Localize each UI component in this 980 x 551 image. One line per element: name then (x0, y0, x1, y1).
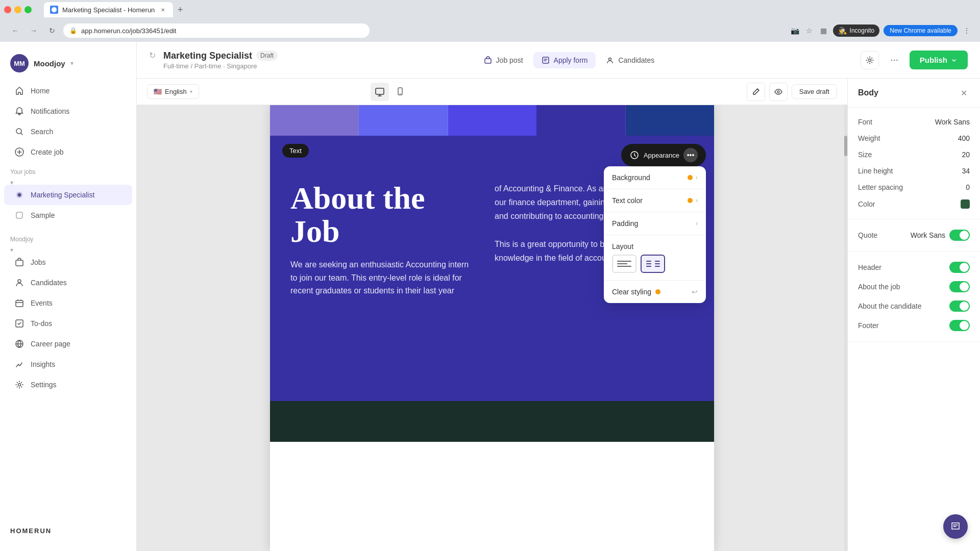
publish-button[interactable]: Publish (910, 51, 968, 69)
line-height-label: Line height (858, 167, 893, 175)
about-job-toggle[interactable] (949, 281, 970, 292)
career-page-label: Career page (31, 340, 70, 348)
background-option[interactable]: Background › (604, 166, 706, 189)
job-meta: Full-time / Part-time · Singapore (149, 62, 278, 70)
save-draft-button[interactable]: Save draft (792, 84, 837, 99)
size-value[interactable]: 20 (962, 151, 970, 159)
about-candidate-toggle[interactable] (949, 300, 970, 312)
new-chrome-btn[interactable]: New Chrome available (884, 25, 958, 36)
sidebar-item-search[interactable]: Search (4, 121, 132, 142)
svg-rect-16 (376, 88, 384, 94)
nav-job-post[interactable]: Job post (476, 52, 531, 68)
org-dropdown-icon[interactable]: ▾ (70, 60, 74, 67)
close-panel-btn[interactable]: ✕ (958, 87, 970, 99)
quote-section: Quote Work Sans (848, 219, 980, 252)
scrollbar[interactable] (844, 105, 847, 551)
window-maximize-btn[interactable] (24, 6, 32, 13)
svg-rect-12 (485, 59, 491, 63)
edit-mode-btn[interactable] (747, 83, 765, 101)
forward-btn[interactable]: → (27, 23, 41, 38)
header-actions: ⋯ Publish (861, 51, 968, 69)
sidebar-toggle-icon[interactable]: ▦ (819, 26, 829, 36)
moodjoy-dropdown-icon[interactable]: ▾ (0, 246, 13, 254)
back-btn[interactable]: ← (8, 23, 22, 38)
browser-frame: Marketing Specialist - Homerun ✕ + (0, 0, 980, 19)
quote-toggle-switch[interactable] (949, 230, 970, 241)
header-toggle[interactable] (949, 262, 970, 273)
sidebar-item-settings[interactable]: Settings (4, 374, 132, 395)
nav-candidates[interactable]: Candidates (598, 52, 663, 68)
footer-toggle[interactable] (949, 320, 970, 331)
nav-apply-form[interactable]: Apply form (533, 52, 596, 68)
language-btn[interactable]: 🇺🇸 English ▾ (147, 84, 199, 99)
device-buttons (371, 83, 409, 101)
settings-btn[interactable] (861, 51, 879, 69)
bookmark-icon[interactable]: ☆ (804, 26, 815, 36)
padding-option[interactable]: Padding › (604, 212, 706, 235)
sidebar-item-notifications[interactable]: Notifications (4, 101, 132, 121)
canvas-right-actions: Save draft (747, 83, 837, 101)
sidebar-item-home[interactable]: Home (4, 81, 132, 101)
appearance-popup: Background › Text color (604, 166, 706, 303)
font-section: Font Work Sans Weight 400 Size 20 Line h… (848, 108, 980, 219)
header-section-label: Header (858, 263, 881, 271)
clear-styling-option[interactable]: Clear styling ↩ (604, 281, 706, 303)
letter-spacing-value[interactable]: 0 (966, 183, 970, 191)
url-text: app.homerun.co/job/336451/edit (81, 27, 176, 35)
main-content: ↻ Marketing Specialist Draft Full-time /… (137, 42, 980, 551)
sidebar-item-events[interactable]: Events (4, 293, 132, 313)
font-value[interactable]: Work Sans (935, 118, 970, 126)
layout-two-col-btn[interactable] (641, 255, 665, 273)
sidebar-item-marketing-specialist[interactable]: Marketing Specialist (4, 185, 132, 205)
search-icon (14, 127, 24, 137)
sidebar-item-jobs[interactable]: Jobs (4, 252, 132, 272)
notifications-label: Notifications (31, 107, 69, 115)
reload-btn[interactable]: ↻ (45, 23, 59, 38)
sidebar-item-candidates[interactable]: Candidates (4, 272, 132, 293)
line-height-value[interactable]: 34 (962, 167, 970, 175)
about-job-toggle-knob (960, 282, 969, 291)
bell-icon (14, 106, 24, 116)
refresh-icon[interactable]: ↻ (149, 51, 159, 61)
tab-close-btn[interactable]: ✕ (159, 6, 167, 14)
window-close-btn[interactable] (4, 6, 11, 13)
line-height-row: Line height 34 (858, 163, 970, 179)
sidebar-item-career-page[interactable]: Career page (4, 334, 132, 354)
appearance-more-icon[interactable]: ••• (683, 148, 698, 162)
browser-tab[interactable]: Marketing Specialist - Homerun ✕ (44, 2, 173, 17)
sidebar-item-todos[interactable]: To-dos (4, 313, 132, 334)
text-color-option[interactable]: Text color › (604, 189, 706, 212)
layout-single-col-btn[interactable] (612, 255, 636, 273)
layout-option: Layout (604, 235, 706, 280)
people-icon (606, 56, 614, 64)
page-preview: Text Appearance ••• (270, 105, 714, 551)
sidebar-item-insights[interactable]: Insights (4, 354, 132, 374)
sidebar-item-create-job[interactable]: Create job (4, 142, 132, 162)
quote-toggle-group: Work Sans (911, 230, 970, 241)
address-bar[interactable]: 🔒 app.homerun.co/job/336451/edit (63, 23, 370, 38)
sidebar-header: MM Moodjoy ▾ (0, 50, 136, 81)
preview-mode-btn[interactable] (769, 83, 788, 101)
incognito-btn[interactable]: 🕵️ Incognito (833, 24, 880, 37)
org-name: Moodjoy (34, 59, 65, 68)
sidebar-item-sample[interactable]: Sample (4, 205, 132, 226)
camera-icon[interactable]: 📷 (790, 26, 800, 36)
avatar: MM (10, 54, 29, 72)
canvas-area: 🇺🇸 English ▾ (137, 79, 847, 551)
sidebar-footer: HOMERUN (0, 519, 136, 543)
color-swatch[interactable] (961, 199, 970, 209)
desktop-device-btn[interactable] (371, 83, 389, 101)
your-jobs-dropdown-icon[interactable]: ▾ (0, 179, 13, 186)
mobile-device-btn[interactable] (391, 83, 409, 101)
browser-menu-icon[interactable]: ⋮ (962, 26, 972, 36)
appearance-bar[interactable]: Appearance ••• (621, 144, 706, 166)
appearance-icon (629, 150, 640, 160)
moodjoy-section-label: Moodjoy (0, 230, 136, 245)
weight-value[interactable]: 400 (958, 134, 970, 142)
more-options-btn[interactable]: ⋯ (885, 51, 903, 69)
new-tab-btn[interactable]: + (173, 3, 187, 17)
support-chat-btn[interactable] (943, 514, 968, 539)
window-minimize-btn[interactable] (14, 6, 21, 13)
page-header-strip (270, 105, 714, 136)
right-panel: Body ✕ Font Work Sans Weight 400 Size 20 (847, 79, 980, 551)
